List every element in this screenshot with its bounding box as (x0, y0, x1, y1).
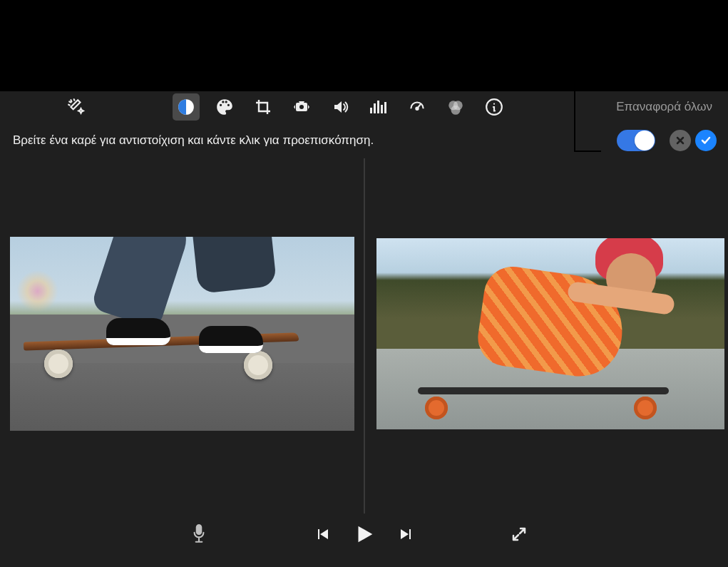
confirm-button[interactable] (695, 130, 717, 151)
skip-forward-button[interactable] (398, 526, 415, 546)
preview-left-thumbnail (10, 237, 354, 431)
reset-all-button[interactable]: Επαναφορά όλων (610, 97, 718, 117)
equalizer-button[interactable] (365, 93, 392, 121)
fullscreen-icon (511, 526, 528, 543)
filters-icon (446, 98, 465, 116)
preview-right-thumbnail (376, 238, 725, 429)
microphone-icon (190, 523, 208, 545)
stabilize-button[interactable] (288, 93, 315, 121)
adjustments-toolbar: Επαναφορά όλων (0, 91, 728, 123)
toolbar-icon-group (173, 93, 508, 121)
volume-icon (331, 98, 349, 116)
match-color-subbar: Βρείτε ένα καρέ για αντιστοίχιση και κάν… (0, 123, 728, 158)
skip-forward-icon (398, 526, 415, 543)
svg-point-8 (416, 108, 418, 110)
fullscreen-button[interactable] (511, 526, 528, 546)
crop-button[interactable] (250, 93, 277, 121)
color-balance-icon (177, 98, 195, 116)
skip-back-button[interactable] (314, 526, 331, 546)
color-palette-button[interactable] (211, 93, 238, 121)
callout-line (574, 59, 575, 152)
preview-left-pane[interactable] (0, 158, 364, 514)
preview-split-view (0, 158, 728, 514)
play-button[interactable] (352, 522, 376, 549)
svg-rect-7 (384, 102, 386, 113)
play-icon (352, 522, 376, 546)
svg-rect-3 (370, 108, 372, 113)
skip-back-icon (314, 526, 331, 543)
match-color-toggle[interactable] (617, 130, 655, 151)
magic-wand-button[interactable] (63, 93, 90, 121)
close-icon (675, 135, 686, 146)
svg-point-2 (299, 105, 304, 109)
equalizer-icon (369, 99, 388, 115)
color-balance-button[interactable] (173, 93, 200, 121)
svg-point-11 (451, 106, 461, 115)
magic-wand-icon (67, 98, 86, 116)
svg-rect-6 (381, 105, 383, 113)
video-editor-panel: Επαναφορά όλων Βρείτε ένα καρέ για αντισ… (0, 91, 728, 567)
speed-button[interactable] (404, 93, 431, 121)
svg-rect-4 (374, 103, 376, 113)
playback-bar (0, 514, 728, 558)
svg-rect-5 (377, 101, 379, 113)
svg-rect-13 (197, 525, 201, 534)
check-icon (699, 134, 712, 147)
filters-button[interactable] (442, 93, 469, 121)
info-icon (485, 98, 503, 116)
cancel-button[interactable] (670, 130, 691, 151)
voiceover-button[interactable] (190, 523, 208, 548)
speed-icon (408, 98, 426, 116)
volume-button[interactable] (327, 93, 354, 121)
preview-right-pane[interactable] (364, 158, 729, 514)
stabilize-icon (292, 98, 311, 116)
toggle-knob (635, 131, 655, 150)
crop-icon (255, 98, 272, 116)
color-palette-icon (215, 98, 234, 116)
info-button[interactable] (481, 93, 508, 121)
hint-text: Βρείτε ένα καρέ για αντιστοίχιση και κάν… (13, 133, 374, 148)
